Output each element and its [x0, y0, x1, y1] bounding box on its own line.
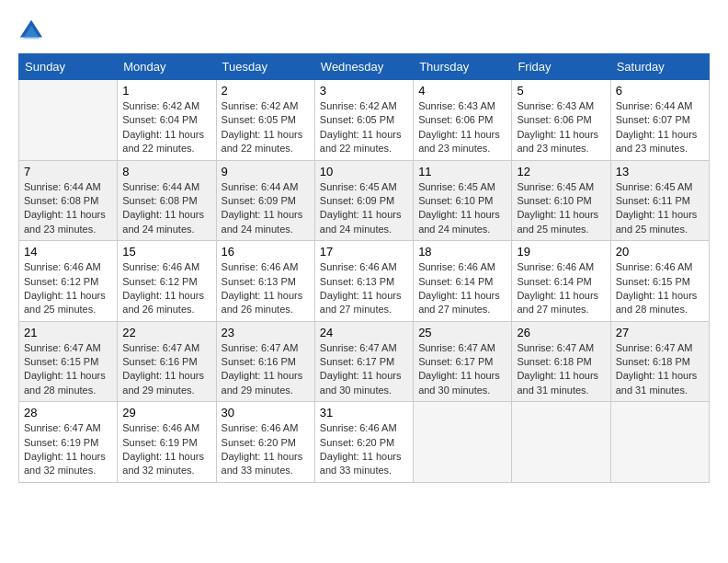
calendar-cell: 30Sunrise: 6:46 AMSunset: 6:20 PMDayligh… [216, 402, 314, 483]
calendar-cell: 10Sunrise: 6:45 AMSunset: 6:09 PMDayligh… [314, 160, 413, 241]
calendar-cell [512, 402, 610, 483]
calendar-week-row: 1Sunrise: 6:42 AMSunset: 6:04 PMDaylight… [19, 80, 710, 161]
calendar-cell [610, 402, 709, 483]
calendar-cell: 6Sunrise: 6:44 AMSunset: 6:07 PMDaylight… [610, 80, 709, 161]
calendar-cell: 14Sunrise: 6:46 AMSunset: 6:12 PMDayligh… [19, 241, 118, 322]
day-info: Sunrise: 6:45 AMSunset: 6:09 PMDaylight:… [320, 180, 408, 237]
calendar-week-row: 7Sunrise: 6:44 AMSunset: 6:08 PMDaylight… [19, 160, 710, 241]
day-number: 5 [517, 84, 605, 98]
calendar-cell [19, 80, 118, 161]
day-info: Sunrise: 6:46 AMSunset: 6:20 PMDaylight:… [222, 421, 310, 478]
day-number: 3 [320, 84, 408, 98]
day-info: Sunrise: 6:46 AMSunset: 6:14 PMDaylight:… [418, 260, 506, 317]
day-info: Sunrise: 6:46 AMSunset: 6:19 PMDaylight:… [122, 421, 210, 478]
calendar-cell: 18Sunrise: 6:46 AMSunset: 6:14 PMDayligh… [414, 241, 512, 322]
logo-icon [18, 18, 44, 44]
day-number: 21 [24, 326, 112, 339]
col-header-sunday: Sunday [19, 54, 118, 80]
calendar-cell: 24Sunrise: 6:47 AMSunset: 6:17 PMDayligh… [314, 321, 413, 402]
day-number: 22 [122, 326, 210, 339]
calendar-table: SundayMondayTuesdayWednesdayThursdayFrid… [18, 53, 710, 483]
calendar-cell: 11Sunrise: 6:45 AMSunset: 6:10 PMDayligh… [414, 160, 512, 241]
day-number: 6 [616, 84, 704, 98]
calendar-cell: 7Sunrise: 6:44 AMSunset: 6:08 PMDaylight… [19, 160, 118, 241]
calendar-cell: 16Sunrise: 6:46 AMSunset: 6:13 PMDayligh… [216, 241, 314, 322]
calendar-cell: 31Sunrise: 6:46 AMSunset: 6:20 PMDayligh… [314, 402, 413, 483]
day-number: 20 [616, 245, 704, 259]
day-number: 24 [320, 326, 408, 339]
calendar-cell: 4Sunrise: 6:43 AMSunset: 6:06 PMDaylight… [414, 80, 512, 161]
calendar-cell: 15Sunrise: 6:46 AMSunset: 6:12 PMDayligh… [118, 241, 216, 322]
day-info: Sunrise: 6:42 AMSunset: 6:05 PMDaylight:… [222, 99, 310, 156]
day-number: 30 [222, 406, 310, 419]
calendar-cell: 2Sunrise: 6:42 AMSunset: 6:05 PMDaylight… [216, 80, 314, 161]
day-info: Sunrise: 6:47 AMSunset: 6:19 PMDaylight:… [24, 421, 112, 478]
day-info: Sunrise: 6:43 AMSunset: 6:06 PMDaylight:… [418, 99, 506, 156]
day-number: 2 [222, 84, 310, 98]
day-number: 15 [122, 245, 210, 259]
day-number: 9 [222, 165, 310, 178]
calendar-cell: 17Sunrise: 6:46 AMSunset: 6:13 PMDayligh… [314, 241, 413, 322]
calendar-cell: 19Sunrise: 6:46 AMSunset: 6:14 PMDayligh… [512, 241, 610, 322]
col-header-wednesday: Wednesday [314, 54, 413, 80]
day-number: 14 [24, 245, 112, 259]
calendar-cell: 12Sunrise: 6:45 AMSunset: 6:10 PMDayligh… [512, 160, 610, 241]
day-number: 26 [517, 326, 605, 339]
day-info: Sunrise: 6:46 AMSunset: 6:12 PMDaylight:… [122, 260, 210, 317]
page-header [18, 18, 710, 44]
day-number: 27 [616, 326, 704, 339]
calendar-cell: 9Sunrise: 6:44 AMSunset: 6:09 PMDaylight… [216, 160, 314, 241]
day-info: Sunrise: 6:46 AMSunset: 6:20 PMDaylight:… [320, 421, 408, 478]
day-info: Sunrise: 6:42 AMSunset: 6:04 PMDaylight:… [122, 99, 210, 156]
day-number: 7 [24, 165, 112, 178]
day-number: 23 [222, 326, 310, 339]
day-number: 10 [320, 165, 408, 178]
calendar-week-row: 21Sunrise: 6:47 AMSunset: 6:15 PMDayligh… [19, 321, 710, 402]
col-header-saturday: Saturday [610, 54, 709, 80]
day-info: Sunrise: 6:43 AMSunset: 6:06 PMDaylight:… [517, 99, 605, 156]
day-number: 28 [24, 406, 112, 419]
day-info: Sunrise: 6:44 AMSunset: 6:08 PMDaylight:… [24, 180, 112, 237]
calendar-cell: 1Sunrise: 6:42 AMSunset: 6:04 PMDaylight… [118, 80, 216, 161]
col-header-thursday: Thursday [414, 54, 512, 80]
day-number: 25 [418, 326, 506, 339]
calendar-cell: 23Sunrise: 6:47 AMSunset: 6:16 PMDayligh… [216, 321, 314, 402]
day-info: Sunrise: 6:47 AMSunset: 6:18 PMDaylight:… [616, 341, 704, 398]
day-number: 29 [122, 406, 210, 419]
calendar-cell [414, 402, 512, 483]
day-number: 11 [418, 165, 506, 178]
day-info: Sunrise: 6:46 AMSunset: 6:15 PMDaylight:… [616, 260, 704, 317]
calendar-cell: 3Sunrise: 6:42 AMSunset: 6:05 PMDaylight… [314, 80, 413, 161]
day-info: Sunrise: 6:47 AMSunset: 6:18 PMDaylight:… [517, 341, 605, 398]
col-header-friday: Friday [512, 54, 610, 80]
calendar-header-row: SundayMondayTuesdayWednesdayThursdayFrid… [19, 54, 710, 80]
day-info: Sunrise: 6:47 AMSunset: 6:16 PMDaylight:… [122, 341, 210, 398]
calendar-cell: 21Sunrise: 6:47 AMSunset: 6:15 PMDayligh… [19, 321, 118, 402]
day-number: 17 [320, 245, 408, 259]
calendar-cell: 5Sunrise: 6:43 AMSunset: 6:06 PMDaylight… [512, 80, 610, 161]
day-number: 12 [517, 165, 605, 178]
calendar-cell: 22Sunrise: 6:47 AMSunset: 6:16 PMDayligh… [118, 321, 216, 402]
day-info: Sunrise: 6:45 AMSunset: 6:10 PMDaylight:… [517, 180, 605, 237]
col-header-monday: Monday [118, 54, 216, 80]
day-info: Sunrise: 6:45 AMSunset: 6:11 PMDaylight:… [616, 180, 704, 237]
day-info: Sunrise: 6:42 AMSunset: 6:05 PMDaylight:… [320, 99, 408, 156]
calendar-cell: 27Sunrise: 6:47 AMSunset: 6:18 PMDayligh… [610, 321, 709, 402]
calendar-week-row: 14Sunrise: 6:46 AMSunset: 6:12 PMDayligh… [19, 241, 710, 322]
day-info: Sunrise: 6:44 AMSunset: 6:08 PMDaylight:… [122, 180, 210, 237]
day-number: 8 [122, 165, 210, 178]
calendar-cell: 29Sunrise: 6:46 AMSunset: 6:19 PMDayligh… [118, 402, 216, 483]
day-number: 31 [320, 406, 408, 419]
logo [18, 18, 50, 44]
day-info: Sunrise: 6:46 AMSunset: 6:14 PMDaylight:… [517, 260, 605, 317]
day-number: 13 [616, 165, 704, 178]
day-number: 1 [122, 84, 210, 98]
day-info: Sunrise: 6:46 AMSunset: 6:13 PMDaylight:… [320, 260, 408, 317]
day-number: 16 [222, 245, 310, 259]
day-info: Sunrise: 6:45 AMSunset: 6:10 PMDaylight:… [418, 180, 506, 237]
day-number: 19 [517, 245, 605, 259]
calendar-cell: 25Sunrise: 6:47 AMSunset: 6:17 PMDayligh… [414, 321, 512, 402]
calendar-week-row: 28Sunrise: 6:47 AMSunset: 6:19 PMDayligh… [19, 402, 710, 483]
day-info: Sunrise: 6:46 AMSunset: 6:12 PMDaylight:… [24, 260, 112, 317]
day-info: Sunrise: 6:47 AMSunset: 6:17 PMDaylight:… [418, 341, 506, 398]
